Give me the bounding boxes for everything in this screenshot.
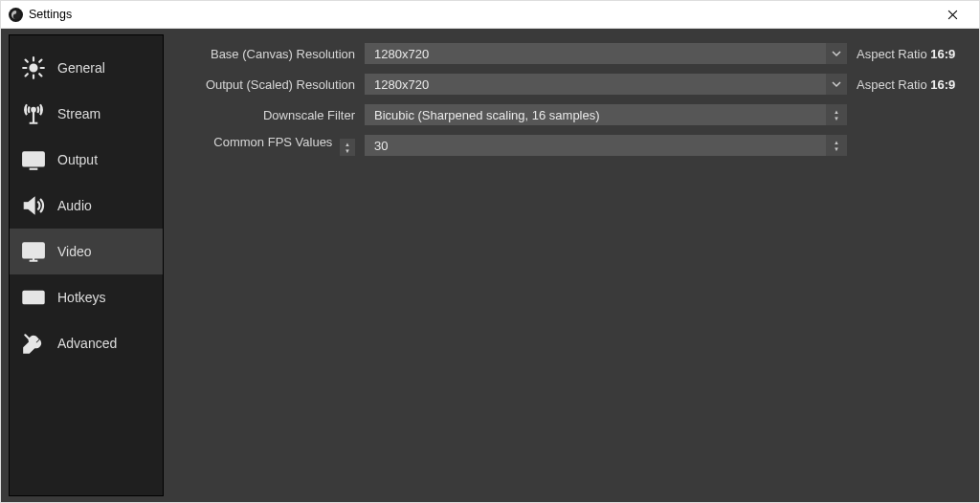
fps-value: 30 [365,139,826,153]
downscale-filter-value: Bicubic (Sharpened scaling, 16 samples) [365,108,826,122]
output-resolution-field[interactable]: 1280x720 [365,74,847,95]
sidebar-item-label: Output [57,152,153,167]
sidebar-item-video[interactable]: Video [10,229,163,274]
fps-mode-selector[interactable]: Common FPS Values ▲▼ [173,135,365,157]
sidebar-item-audio[interactable]: Audio [10,183,163,229]
window-title: Settings [29,8,72,21]
base-resolution-label: Base (Canvas) Resolution [173,47,365,61]
svg-rect-4 [23,243,44,257]
sidebar: General Stream Output Audio [9,34,164,496]
downscale-filter-label: Downscale Filter [173,108,365,122]
sidebar-item-output[interactable]: Output [10,137,163,183]
sidebar-item-label: Audio [57,198,153,213]
row-output-resolution: Output (Scaled) Resolution 1280x720 Aspe… [173,71,969,98]
sidebar-item-advanced[interactable]: Advanced [10,320,163,366]
spinner-icon[interactable]: ▲▼ [826,104,847,125]
sidebar-item-label: Advanced [57,336,153,351]
fps-mode-label: Common FPS Values [213,135,332,149]
spinner-icon[interactable]: ▲▼ [340,139,355,156]
close-button[interactable] [933,1,971,28]
base-aspect-ratio: Aspect Ratio 16:9 [847,47,969,61]
antenna-icon [19,99,48,128]
chevron-down-icon[interactable] [826,43,847,64]
gear-icon [19,54,48,82]
spinner-icon[interactable]: ▲▼ [826,135,847,156]
app-logo-icon [9,8,23,22]
monitor-icon [19,237,48,266]
video-settings-panel: Base (Canvas) Resolution 1280x720 Aspect… [164,29,979,502]
settings-window: Settings General Stream [0,0,980,503]
close-icon [947,10,958,20]
chevron-down-icon[interactable] [826,74,847,95]
output-resolution-value: 1280x720 [365,77,826,92]
row-fps: Common FPS Values ▲▼ 30 ▲▼ [173,132,969,159]
sidebar-item-label: Hotkeys [57,290,153,305]
output-icon [19,145,48,174]
speaker-icon [19,191,48,220]
tools-icon [19,329,48,358]
base-resolution-value: 1280x720 [365,47,826,61]
sidebar-item-stream[interactable]: Stream [10,91,163,137]
window-body: General Stream Output Audio [1,28,979,502]
svg-point-1 [31,65,37,72]
keyboard-icon [19,283,48,312]
sidebar-item-hotkeys[interactable]: Hotkeys [10,274,163,320]
downscale-filter-field[interactable]: Bicubic (Sharpened scaling, 16 samples) … [365,104,847,125]
sidebar-item-label: Stream [57,106,153,121]
row-base-resolution: Base (Canvas) Resolution 1280x720 Aspect… [173,40,969,67]
output-aspect-ratio: Aspect Ratio 16:9 [847,77,969,92]
output-resolution-label: Output (Scaled) Resolution [173,77,365,92]
sidebar-item-general[interactable]: General [10,45,163,91]
base-resolution-field[interactable]: 1280x720 [365,43,847,64]
row-downscale-filter: Downscale Filter Bicubic (Sharpened scal… [173,101,969,128]
sidebar-item-label: General [57,60,153,76]
sidebar-item-label: Video [57,244,153,259]
fps-value-field[interactable]: 30 ▲▼ [365,135,847,156]
titlebar: Settings [1,1,979,28]
